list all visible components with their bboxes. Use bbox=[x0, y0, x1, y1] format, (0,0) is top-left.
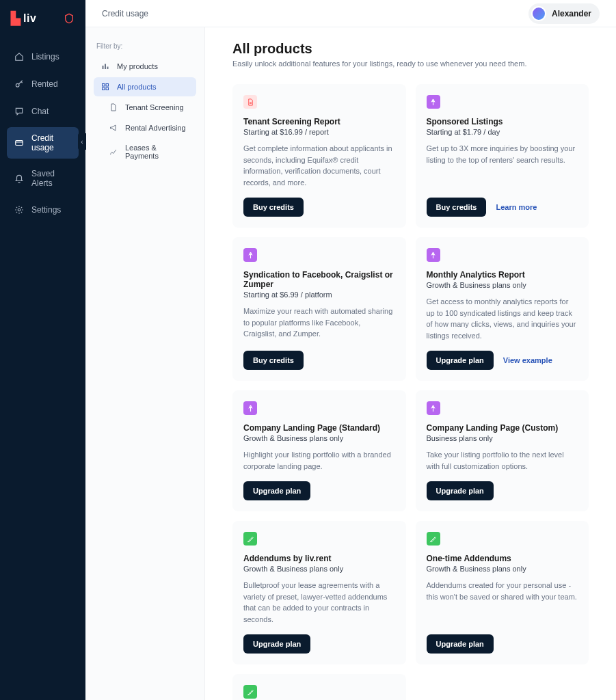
product-title: Addendums by liv.rent bbox=[243, 554, 395, 563]
svg-rect-9 bbox=[106, 88, 109, 90]
filter-leases-payments[interactable]: Leases & Payments bbox=[94, 139, 196, 165]
product-icon bbox=[243, 248, 257, 262]
svg-rect-3 bbox=[103, 66, 104, 69]
product-description: Highlight your listing portfolio with a … bbox=[243, 449, 395, 472]
product-price: Growth & Business plans only bbox=[427, 281, 578, 289]
shield-icon[interactable] bbox=[64, 13, 75, 24]
product-card: Custom AddendumsBusiness plans onlyUploa… bbox=[232, 674, 406, 700]
logo-mark-icon: ▙ bbox=[11, 11, 21, 26]
svg-rect-6 bbox=[103, 84, 105, 87]
filter-label: My products bbox=[117, 62, 158, 70]
product-icon bbox=[427, 532, 440, 546]
product-actions: Upgrade plan bbox=[427, 634, 578, 654]
bars-icon bbox=[101, 62, 110, 71]
svg-point-0 bbox=[16, 83, 19, 87]
primary-action-button[interactable]: Upgrade plan bbox=[427, 351, 494, 370]
product-price: Growth & Business plans only bbox=[427, 565, 578, 573]
logo[interactable]: ▙ liv bbox=[11, 11, 36, 26]
primary-action-button[interactable]: Upgrade plan bbox=[427, 634, 494, 654]
primary-action-button[interactable]: Buy credits bbox=[243, 198, 304, 217]
product-price: Starting at $6.99 / platform bbox=[243, 291, 395, 299]
product-actions: Upgrade plan bbox=[427, 481, 578, 500]
nav-rented[interactable]: Rented bbox=[7, 72, 79, 96]
product-title: Tenant Screening Report bbox=[243, 117, 395, 126]
product-price: Starting at $1.79 / day bbox=[427, 128, 578, 136]
product-title: Monthly Analytics Report bbox=[427, 270, 578, 280]
filter-all-products[interactable]: All products bbox=[94, 77, 196, 96]
product-description: Get access to monthly analytics reports … bbox=[427, 296, 578, 341]
product-card: Tenant Screening ReportStarting at $16.9… bbox=[232, 84, 406, 228]
key-icon bbox=[14, 79, 25, 90]
product-title: One-time Addendums bbox=[427, 554, 578, 563]
nav-label: Listings bbox=[31, 52, 59, 62]
product-actions: Upgrade planView example bbox=[427, 351, 578, 370]
product-title: Company Landing Page (Standard) bbox=[243, 423, 395, 433]
nav-saved-alerts[interactable]: Saved Alerts bbox=[7, 163, 79, 194]
breadcrumb: Credit usage bbox=[102, 9, 148, 18]
nav-settings[interactable]: Settings bbox=[7, 198, 79, 221]
filter-title: Filter by: bbox=[96, 42, 193, 50]
product-actions: Buy credits bbox=[243, 198, 395, 217]
collapse-sidebar-button[interactable]: ‹ bbox=[78, 133, 86, 150]
logo-text: liv bbox=[23, 12, 36, 25]
secondary-action-link[interactable]: View example bbox=[503, 356, 552, 364]
product-description: Get up to 3X more inquiries by boosting … bbox=[427, 143, 578, 188]
filter-my-products[interactable]: My products bbox=[94, 57, 196, 76]
product-icon bbox=[427, 95, 440, 109]
filter-label: Tenant Screening bbox=[125, 103, 184, 111]
primary-action-button[interactable]: Upgrade plan bbox=[243, 634, 310, 654]
svg-rect-1 bbox=[16, 141, 23, 146]
nav-label: Settings bbox=[31, 205, 61, 215]
product-price: Growth & Business plans only bbox=[243, 565, 395, 573]
nav-listings[interactable]: Listings bbox=[7, 45, 79, 68]
secondary-action-link[interactable]: Learn more bbox=[496, 203, 537, 211]
page-subheading: Easily unlock additional features for yo… bbox=[232, 59, 589, 68]
product-actions: Buy credits bbox=[243, 351, 395, 370]
filter-panel: Filter by: My products All products Tena… bbox=[85, 27, 205, 700]
user-menu[interactable]: Alexander bbox=[528, 3, 600, 24]
primary-action-button[interactable]: Upgrade plan bbox=[427, 481, 494, 500]
svg-rect-4 bbox=[105, 64, 106, 70]
product-description: Addendums created for your personal use … bbox=[427, 580, 578, 625]
primary-action-button[interactable]: Buy credits bbox=[427, 198, 487, 217]
product-card: Company Landing Page (Custom)Business pl… bbox=[416, 390, 589, 511]
nav-chat[interactable]: Chat bbox=[7, 100, 79, 123]
primary-action-button[interactable]: Buy credits bbox=[243, 351, 304, 370]
nav-credit-usage[interactable]: Credit usage bbox=[7, 127, 79, 159]
product-actions: Upgrade plan bbox=[243, 634, 395, 654]
nav-label: Credit usage bbox=[31, 133, 72, 152]
product-description: Take your listing portfolio to the next … bbox=[427, 449, 578, 472]
product-icon bbox=[243, 685, 257, 699]
filter-tenant-screening[interactable]: Tenant Screening bbox=[94, 98, 196, 117]
product-grid: Tenant Screening ReportStarting at $16.9… bbox=[232, 84, 589, 700]
signature-icon bbox=[109, 147, 118, 157]
filter-rental-advertising[interactable]: Rental Advertising bbox=[94, 118, 196, 137]
topbar: Credit usage Alexander bbox=[85, 0, 616, 27]
product-price: Business plans only bbox=[427, 434, 578, 442]
credit-icon bbox=[14, 137, 25, 148]
product-description: Bulletproof your lease agreements with a… bbox=[243, 580, 395, 625]
product-icon bbox=[427, 401, 440, 415]
svg-rect-5 bbox=[107, 67, 109, 70]
body: Filter by: My products All products Tena… bbox=[85, 27, 616, 700]
home-icon bbox=[14, 51, 25, 62]
content: All products Easily unlock additional fe… bbox=[205, 27, 616, 700]
filter-label: Rental Advertising bbox=[125, 124, 186, 132]
nav-list: Listings Rented Chat Credit usage Saved … bbox=[0, 45, 85, 226]
chevron-left-icon: ‹ bbox=[81, 138, 83, 146]
product-card: Addendums by liv.rentGrowth & Business p… bbox=[232, 521, 406, 664]
product-title: Syndication to Facebook, Craigslist or Z… bbox=[243, 270, 395, 289]
megaphone-icon bbox=[109, 123, 118, 133]
product-icon bbox=[243, 532, 257, 546]
grid-icon bbox=[101, 82, 110, 92]
product-card: One-time AddendumsGrowth & Business plan… bbox=[416, 521, 589, 664]
nav-label: Rented bbox=[31, 79, 58, 89]
nav-label: Chat bbox=[31, 107, 49, 116]
svg-rect-8 bbox=[103, 88, 105, 90]
product-description: Maximize your reach with automated shari… bbox=[243, 306, 395, 341]
primary-action-button[interactable]: Upgrade plan bbox=[243, 481, 310, 500]
document-icon bbox=[109, 103, 118, 112]
product-title: Company Landing Page (Custom) bbox=[427, 423, 578, 433]
product-actions: Buy creditsLearn more bbox=[427, 198, 578, 217]
avatar bbox=[531, 6, 546, 21]
